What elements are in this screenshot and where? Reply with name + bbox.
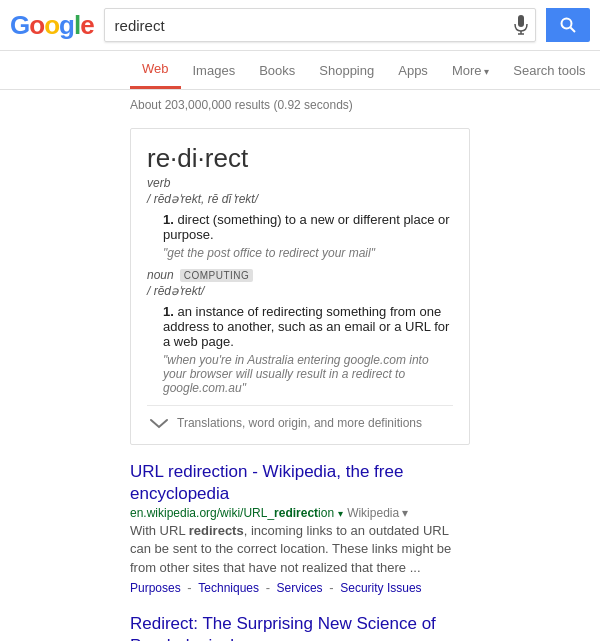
dict-noun-badge: COMPUTING [180,269,254,282]
nav-images[interactable]: Images [181,53,248,88]
dict-verb-example: "get the post office to redirect your ma… [163,246,453,260]
result-1-snippet: With URL redirects, incoming links to an… [130,522,470,577]
dict-noun-def: 1. an instance of redirecting something … [163,304,453,349]
dict-noun-phonetic: / rēdəˈrekt/ [147,284,453,298]
result-1-url: en.wikipedia.org/wiki/URL_redirection [130,506,334,520]
result-1-arrow[interactable]: ▾ [338,508,343,519]
result-2-title[interactable]: Redirect: The Surprising New Science of … [130,613,470,641]
result-1-link-techniques[interactable]: Techniques [198,581,259,595]
result-1-title[interactable]: URL redirection - Wikipedia, the free en… [130,461,470,505]
nav-books[interactable]: Books [247,53,307,88]
result-1: URL redirection - Wikipedia, the free en… [130,461,470,595]
header: Google [0,0,600,51]
nav-apps[interactable]: Apps [386,53,440,88]
nav-more[interactable]: More [440,53,501,88]
dict-divider [147,405,453,406]
dict-word: re·di·rect [147,143,453,174]
search-input[interactable] [105,11,507,40]
search-bar [104,8,536,42]
nav-web[interactable]: Web [130,51,181,89]
dict-noun-example: "when you're in Australia entering googl… [163,353,453,395]
nav: Web Images Books Shopping Apps More Sear… [0,51,600,90]
dict-verb-def: 1. direct (something) to a new or differ… [163,212,453,242]
result-1-source: Wikipedia ▾ [347,506,408,520]
dict-noun-row: noun COMPUTING [147,268,453,282]
result-2: Redirect: The Surprising New Science of … [130,613,470,641]
result-1-links: Purposes - Techniques - Services - Secur… [130,580,470,595]
dict-verb-phonetic: / rēdəˈrekt, rē dīˈrekt/ [147,192,453,206]
svg-rect-0 [518,15,524,27]
nav-shopping[interactable]: Shopping [307,53,386,88]
mic-icon[interactable] [507,15,535,35]
main-content: re·di·rect verb / rēdəˈrekt, rē dīˈrekt/… [0,120,600,641]
result-1-link-services[interactable]: Services [277,581,323,595]
dictionary-box: re·di·rect verb / rēdəˈrekt, rē dīˈrekt/… [130,128,470,445]
chevron-down-icon [147,416,171,430]
dict-more[interactable]: Translations, word origin, and more defi… [147,416,453,430]
result-1-link-security[interactable]: Security Issues [340,581,421,595]
google-logo: Google [10,10,94,41]
dict-noun-label: noun [147,268,174,282]
result-1-url-row: en.wikipedia.org/wiki/URL_redirection ▾ … [130,506,470,520]
search-button[interactable] [546,8,590,42]
nav-search-tools[interactable]: Search tools [501,53,597,88]
results-info: About 203,000,000 results (0.92 seconds) [0,90,600,120]
dict-verb-label: verb [147,176,453,190]
result-1-link-purposes[interactable]: Purposes [130,581,181,595]
svg-point-3 [562,19,572,29]
svg-line-4 [571,28,576,33]
